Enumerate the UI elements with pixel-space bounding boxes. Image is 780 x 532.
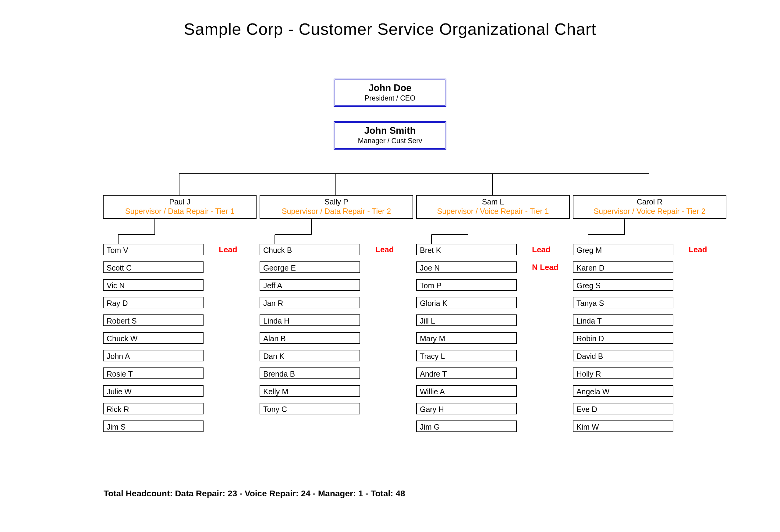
member-row: Tom VLead [103, 244, 267, 256]
member-row: Jim G [416, 421, 581, 433]
member-box: Greg M [573, 244, 673, 255]
member-box: Gloria K [416, 297, 517, 308]
member-row: Willie A [416, 385, 581, 398]
member-row: Alan B [259, 332, 424, 345]
member-row: Linda H [259, 315, 424, 327]
member-box: Tracy L [416, 350, 517, 361]
manager-role: Manager / Cust Serv [335, 137, 445, 145]
member-row: Rosie T [103, 368, 267, 380]
member-box: Karen D [573, 261, 673, 273]
member-row: Joe NN Lead [416, 261, 581, 274]
member-row: Jeff A [259, 279, 424, 292]
member-box: George E [259, 261, 360, 273]
member-column: Chuck BLeadGeorge EJeff AJan RLinda HAla… [259, 244, 424, 421]
member-row: Jim S [103, 421, 267, 433]
member-row: Tanya S [573, 297, 737, 309]
member-box: Jan R [259, 297, 360, 308]
member-box: Kim W [573, 421, 673, 432]
member-row: Andre T [416, 368, 581, 380]
member-row: Chuck BLead [259, 244, 424, 256]
member-column: Tom VLeadScott CVic NRay DRobert SChuck … [103, 244, 267, 438]
member-tag: Lead [219, 245, 237, 254]
member-box: Jeff A [259, 279, 360, 291]
member-box: Jim S [103, 421, 203, 432]
member-row: Linda T [573, 315, 737, 327]
member-tag: N Lead [532, 263, 558, 272]
member-row: Karen D [573, 261, 737, 274]
supervisor-box: Paul J Supervisor / Data Repair - Tier 1 [103, 195, 256, 219]
member-box: Chuck W [103, 332, 203, 344]
member-box: Jim G [416, 421, 517, 432]
member-row: George E [259, 261, 424, 274]
member-box: Tanya S [573, 297, 673, 308]
member-box: Brenda B [259, 368, 360, 379]
member-box: Rick R [103, 403, 203, 415]
member-box: Willie A [416, 385, 517, 397]
member-row: Tony C [259, 403, 424, 416]
member-box: Scott C [103, 261, 203, 273]
headcount-footer: Total Headcount: Data Repair: 23 - Voice… [104, 489, 405, 498]
member-row: Jan R [259, 297, 424, 309]
member-row: Dan K [259, 350, 424, 362]
member-column: Bret KLeadJoe NN LeadTom PGloria KJill L… [416, 244, 581, 438]
member-box: Ray D [103, 297, 203, 308]
member-box: Bret K [416, 244, 517, 255]
member-row: Tom P [416, 279, 581, 292]
member-row: Kim W [573, 421, 737, 433]
member-row: Scott C [103, 261, 267, 274]
manager-name: John Smith [335, 125, 445, 136]
member-row: Gary H [416, 403, 581, 416]
member-row: Kelly M [259, 385, 424, 398]
member-box: Rosie T [103, 368, 203, 379]
member-row: Brenda B [259, 368, 424, 380]
member-row: Julie W [103, 385, 267, 398]
member-row: David B [573, 350, 737, 362]
member-box: Robin D [573, 332, 673, 344]
member-box: Robert S [103, 315, 203, 326]
member-tag: Lead [689, 245, 707, 254]
member-box: Mary M [416, 332, 517, 344]
member-box: Dan K [259, 350, 360, 361]
manager-box: John Smith Manager / Cust Serv [334, 121, 446, 150]
member-box: Chuck B [259, 244, 360, 255]
supervisor-role: Supervisor / Data Repair - Tier 1 [104, 207, 256, 216]
member-box: Angela W [573, 385, 673, 397]
member-box: Kelly M [259, 385, 360, 397]
member-row: Chuck W [103, 332, 267, 345]
supervisor-box: Carol R Supervisor / Voice Repair - Tier… [573, 195, 726, 219]
member-row: Tracy L [416, 350, 581, 362]
ceo-box: John Doe President / CEO [334, 79, 446, 107]
supervisor-name: Sam L [417, 197, 569, 206]
member-box: Andre T [416, 368, 517, 379]
member-box: Tom P [416, 279, 517, 291]
member-box: Greg S [573, 279, 673, 291]
member-row: Holly R [573, 368, 737, 380]
member-box: Jill L [416, 315, 517, 326]
member-row: Robin D [573, 332, 737, 345]
member-column: Greg MLeadKaren DGreg STanya SLinda TRob… [573, 244, 737, 438]
member-row: Greg S [573, 279, 737, 292]
member-box: Julie W [103, 385, 203, 397]
supervisor-role: Supervisor / Voice Repair - Tier 2 [574, 207, 726, 216]
member-box: Alan B [259, 332, 360, 344]
member-row: Vic N [103, 279, 267, 292]
member-tag: Lead [375, 245, 394, 254]
member-box: David B [573, 350, 673, 361]
member-row: John A [103, 350, 267, 362]
member-box: Linda H [259, 315, 360, 326]
supervisor-name: Sally P [260, 197, 412, 206]
member-box: John A [103, 350, 203, 361]
supervisor-role: Supervisor / Data Repair - Tier 2 [260, 207, 412, 216]
page-title: Sample Corp - Customer Service Organizat… [0, 19, 780, 38]
member-row: Jill L [416, 315, 581, 327]
member-box: Tony C [259, 403, 360, 415]
supervisor-role: Supervisor / Voice Repair - Tier 1 [417, 207, 569, 216]
supervisor-box: Sam L Supervisor / Voice Repair - Tier 1 [416, 195, 570, 219]
member-row: Rick R [103, 403, 267, 416]
member-row: Angela W [573, 385, 737, 398]
member-box: Gary H [416, 403, 517, 415]
member-box: Linda T [573, 315, 673, 326]
member-box: Vic N [103, 279, 203, 291]
member-box: Eve D [573, 403, 673, 415]
member-row: Robert S [103, 315, 267, 327]
